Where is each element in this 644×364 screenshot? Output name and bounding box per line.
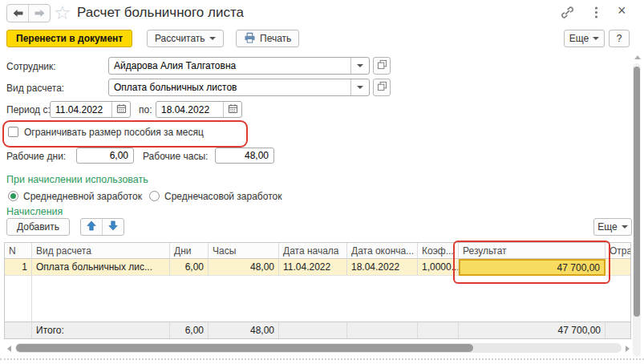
print-label: Печать xyxy=(260,33,291,44)
transfer-to-document-button[interactable]: Перенести в документ xyxy=(6,30,132,47)
radio-average-daily[interactable] xyxy=(8,191,18,201)
open-form-icon xyxy=(377,80,387,95)
radio-average-daily-label: Среднедневной заработок xyxy=(23,191,142,202)
cell-n[interactable]: 1 xyxy=(5,259,32,276)
transfer-to-document-label: Перенести в документ xyxy=(16,33,123,44)
total-days: 6,00 xyxy=(170,322,209,338)
radio-average-hourly-label: Среднечасовой заработок xyxy=(164,191,281,202)
more-button-table[interactable]: Еще xyxy=(593,218,632,236)
work-hours-input[interactable]: 48,00 xyxy=(215,148,274,164)
col-header-calc-type[interactable]: Вид расчета xyxy=(32,243,170,259)
col-header-date-end[interactable]: Дата оконча... xyxy=(347,243,418,259)
calculate-label: Рассчитать xyxy=(155,33,205,44)
scroll-up-icon[interactable] xyxy=(634,55,641,59)
calculate-button[interactable]: Рассчитать xyxy=(147,30,224,47)
bottom-separator xyxy=(0,358,644,360)
cell-hours[interactable]: 48,00 xyxy=(209,259,279,276)
move-row-button-group xyxy=(80,218,124,236)
cell-result-selected[interactable]: 47 700,00 xyxy=(459,259,606,276)
period-from-input[interactable]: 11.04.2022 xyxy=(50,101,131,118)
limit-benefit-checkbox[interactable] xyxy=(8,127,18,137)
print-button[interactable]: Печать xyxy=(236,30,299,47)
more-menu-dots-icon[interactable] xyxy=(594,6,598,22)
vertical-scrollbar-thumb[interactable] xyxy=(634,67,640,317)
help-button[interactable]: ? xyxy=(609,30,630,47)
help-label: ? xyxy=(617,33,622,44)
employee-value: Айдарова Алия Талгатовна xyxy=(109,60,350,71)
employee-input[interactable]: Айдарова Алия Талгатовна xyxy=(108,57,370,75)
back-button[interactable] xyxy=(7,5,29,22)
calc-type-input[interactable]: Оплата больничных листов xyxy=(108,79,370,96)
chevron-down-icon xyxy=(357,64,363,67)
cell-reflected[interactable] xyxy=(606,259,630,276)
radio-average-hourly[interactable] xyxy=(149,191,160,201)
cell-coef[interactable]: 1,0000... xyxy=(418,259,459,276)
sick-leave-calculation-window: ☆ Расчет больничного листа × Перенести в… xyxy=(0,0,644,364)
horizontal-scrollbar-track[interactable] xyxy=(15,343,622,353)
calc-type-value: Оплата больничных листов xyxy=(109,82,350,93)
arrow-down-icon xyxy=(108,220,118,234)
col-header-n[interactable]: N xyxy=(5,243,32,259)
total-date-end-cell xyxy=(347,322,418,338)
period-to-label: по: xyxy=(139,104,152,115)
cell-date-start[interactable]: 11.04.2022 xyxy=(279,259,347,276)
employee-label: Сотрудник: xyxy=(6,61,56,72)
col-header-reflected[interactable]: Отражен xyxy=(606,243,630,259)
col-header-date-start[interactable]: Дата начала xyxy=(279,243,347,259)
link-icon[interactable] xyxy=(561,6,574,22)
period-from-calendar-button[interactable] xyxy=(111,102,130,117)
favorite-star-icon[interactable]: ☆ xyxy=(54,2,71,24)
total-hours: 48,00 xyxy=(209,322,279,338)
calc-type-dropdown-button[interactable] xyxy=(350,79,369,95)
total-reflected-cell xyxy=(606,322,630,338)
move-row-up-button[interactable] xyxy=(81,219,103,235)
scroll-left-icon[interactable] xyxy=(7,346,11,352)
col-header-coef[interactable]: Коэф... xyxy=(418,243,459,259)
cell-date-end[interactable]: 18.04.2022 xyxy=(347,259,418,276)
use-on-accrual-heading: При начислении использовать xyxy=(6,174,148,185)
nav-button-group xyxy=(6,4,51,22)
horizontal-scrollbar-thumb[interactable] xyxy=(16,344,473,352)
close-icon[interactable]: × xyxy=(618,2,626,19)
table-row[interactable]: 1 Оплата больничных лис... 6,00 48,00 11… xyxy=(5,259,630,276)
scroll-right-icon[interactable] xyxy=(626,346,630,352)
work-days-value: 6,00 xyxy=(77,150,133,161)
col-header-days[interactable]: Дни xyxy=(170,243,209,259)
vertical-scrollbar-track[interactable] xyxy=(633,63,641,357)
total-coef-cell xyxy=(418,322,459,338)
work-days-input[interactable]: 6,00 xyxy=(76,148,134,164)
printer-icon xyxy=(244,32,256,46)
calc-type-label: Вид расчета: xyxy=(6,83,64,94)
work-days-label: Рабочие дни: xyxy=(6,151,66,162)
employee-open-button[interactable] xyxy=(373,57,391,75)
col-header-result[interactable]: Результат xyxy=(459,243,606,259)
calendar-icon xyxy=(228,103,238,116)
accruals-heading: Начисления xyxy=(6,206,63,217)
calc-type-open-button[interactable] xyxy=(373,79,391,96)
col-header-hours[interactable]: Часы xyxy=(209,243,279,259)
more-button-top[interactable]: Еще xyxy=(564,30,605,47)
open-form-icon xyxy=(377,59,387,73)
move-row-down-button[interactable] xyxy=(103,219,124,235)
divider xyxy=(31,276,32,322)
total-label: Итого: xyxy=(32,322,170,338)
more-table-label: Еще xyxy=(597,221,617,233)
chevron-down-icon xyxy=(209,37,216,40)
cell-days[interactable]: 6,00 xyxy=(170,259,209,276)
forward-arrow-icon xyxy=(34,6,46,21)
total-n-cell xyxy=(5,322,32,338)
back-arrow-icon xyxy=(12,6,24,21)
table-total-row: Итого: 6,00 48,00 47 700,00 xyxy=(5,322,630,338)
period-to-value: 18.04.2022 xyxy=(156,104,223,115)
chevron-down-icon xyxy=(593,37,599,40)
cell-calc-type[interactable]: Оплата больничных лис... xyxy=(32,259,170,276)
forward-button[interactable] xyxy=(29,5,50,22)
employee-dropdown-button[interactable] xyxy=(350,58,369,74)
arrow-up-icon xyxy=(87,220,96,234)
work-hours-label: Рабочие часы: xyxy=(143,151,208,162)
period-to-calendar-button[interactable] xyxy=(223,102,241,117)
add-row-button[interactable]: Добавить xyxy=(6,218,70,236)
total-result: 47 700,00 xyxy=(459,322,606,338)
more-label: Еще xyxy=(569,33,589,44)
period-to-input[interactable]: 18.04.2022 xyxy=(156,101,242,118)
